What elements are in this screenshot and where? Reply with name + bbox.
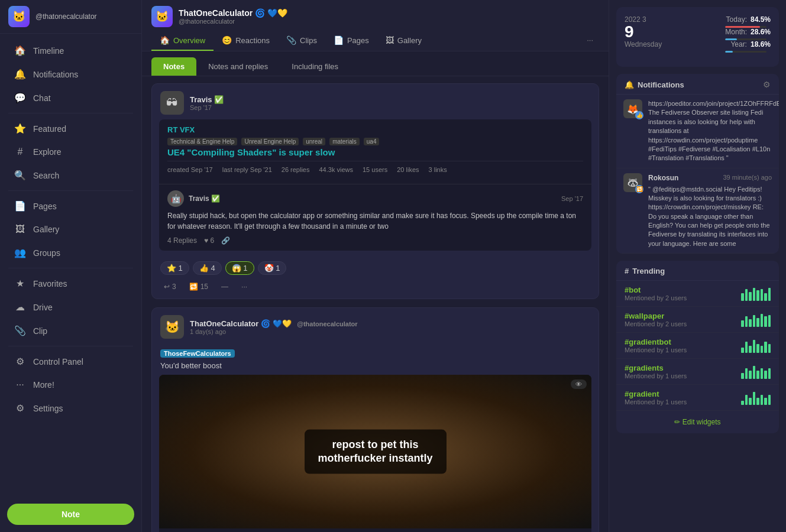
sidebar-item-more[interactable]: ···More! <box>4 374 138 396</box>
trending-item-2[interactable]: #gradientbot Mentioned by 1 users <box>616 333 779 359</box>
sidebar-item-drive[interactable]: ☁Drive <box>4 296 138 319</box>
sidebar-item-explore[interactable]: #Explore <box>4 141 138 163</box>
notifications-icon: 🔔 <box>14 69 26 80</box>
gallery-tab-icon: 🖼 <box>386 35 394 45</box>
chart-bar <box>756 371 759 379</box>
chart-bar <box>745 395 748 405</box>
sidebar-header: 🐱 @thatonecalculator <box>0 0 141 34</box>
clips-tab-icon: 📎 <box>286 35 296 45</box>
sidebar-item-pages[interactable]: 📄Pages <box>4 194 138 218</box>
chart-bar <box>761 314 764 327</box>
chart-bar <box>753 315 756 327</box>
video-controls: ▶ 0:00 / 0:03 🔊 ⛶ ⋮ <box>159 528 591 532</box>
pages-icon: 📄 <box>14 200 26 212</box>
content-tab-notes-replies[interactable]: Notes and replies <box>196 57 280 76</box>
calendar-day-number: 9 <box>625 24 662 40</box>
sidebar: 🐱 @thatonecalculator 🏠Timeline🔔Notificat… <box>0 0 142 532</box>
content-tab-notes[interactable]: Notes <box>151 57 196 76</box>
note-button[interactable]: Note <box>7 504 134 525</box>
chart-bar <box>753 392 756 405</box>
trending-count-1: Mentioned by 2 users <box>625 320 735 327</box>
trending-count-4: Mentioned by 1 users <box>625 398 735 406</box>
reaction-😱[interactable]: 😱 1 <box>225 261 254 275</box>
discourse-reply: 🤖 Travis ✅ Sep '17 Really stupid hack, b… <box>159 184 591 251</box>
reply-footer: 4 Replies ♥ 6 🔗 <box>167 236 583 245</box>
trending-tag-3: #gradients <box>625 364 735 372</box>
sidebar-item-gallery[interactable]: 🖼Gallery <box>4 218 138 241</box>
notifications-settings-gear[interactable]: ⚙ <box>763 80 771 89</box>
profile-tab-label-gallery: Gallery <box>397 36 422 45</box>
profile-tab-more[interactable]: ··· <box>581 31 599 51</box>
post-meta: Travis ✅ Sep '17 <box>190 95 590 111</box>
chart-bar <box>756 344 759 353</box>
trending-info-2: #gradientbot Mentioned by 1 users <box>625 338 735 353</box>
post-embed[interactable]: RT VFX Technical & Engine Help Unreal En… <box>159 119 591 251</box>
trending-info-4: #gradient Mentioned by 1 users <box>625 390 735 406</box>
sidebar-item-control-panel[interactable]: ⚙Control Panel <box>4 350 138 373</box>
sidebar-item-featured[interactable]: ⭐Featured <box>4 117 138 140</box>
trending-count-3: Mentioned by 1 users <box>625 372 735 379</box>
embed-site: RT VFX <box>167 125 195 134</box>
sidebar-item-clip[interactable]: 📎Clip <box>4 319 138 342</box>
trending-chart-0 <box>741 287 771 301</box>
reply-action[interactable]: ↩ 3 <box>160 281 180 293</box>
chart-bar <box>764 316 767 327</box>
more-action[interactable]: ··· <box>238 281 251 293</box>
calendar-day-name: Wednesday <box>625 40 662 48</box>
post-card: 🕶 Travis ✅ Sep '17 RT VFX Technical & En… <box>151 83 599 299</box>
chart-bar <box>749 319 752 327</box>
sidebar-item-favorites[interactable]: ★Favorites <box>4 272 138 295</box>
sidebar-avatar: 🐱 <box>8 6 30 27</box>
trending-item-0[interactable]: #bot Mentioned by 2 users <box>616 281 779 307</box>
drive-icon: ☁ <box>14 301 26 313</box>
react-action[interactable]: — <box>218 281 232 293</box>
reply-time: Sep '17 <box>561 195 583 202</box>
trending-item-4[interactable]: #gradient Mentioned by 1 users <box>616 385 779 411</box>
trending-item-3[interactable]: #gradients Mentioned by 1 users <box>616 359 779 385</box>
profile-tab-gallery[interactable]: 🖼Gallery <box>377 31 430 51</box>
sidebar-item-label-groups: Groups <box>33 248 60 258</box>
content-tab-including-files[interactable]: Including files <box>280 57 350 76</box>
post2-text: You'd better boost <box>152 358 599 375</box>
sidebar-item-search[interactable]: 🔍Search <box>4 164 138 187</box>
edit-widgets-button[interactable]: ✏ Edit widgets <box>616 411 779 433</box>
sidebar-item-notifications[interactable]: 🔔Notifications <box>4 63 138 86</box>
sidebar-item-label-featured: Featured <box>33 124 66 134</box>
boost-action[interactable]: 🔁 15 <box>186 281 212 293</box>
profile-info: ThatOneCalculator 🌀 💙💛 @thatonecalculato… <box>179 8 599 25</box>
embed-title[interactable]: UE4 "Compiling Shaders" is super slow <box>167 147 583 157</box>
chart-bar <box>741 293 744 301</box>
content-tabs: NotesNotes and repliesIncluding files <box>142 51 609 76</box>
trending-chart-1 <box>741 313 771 327</box>
trending-info-3: #gradients Mentioned by 1 users <box>625 364 735 379</box>
boost-tag[interactable]: ThoseFewCalculators <box>160 349 235 358</box>
profile-tab-pages[interactable]: 📄Pages <box>325 31 377 51</box>
reaction-🤡[interactable]: 🤡 1 <box>258 261 287 275</box>
trending-info-1: #wallpaper Mentioned by 2 users <box>625 312 735 327</box>
post-card-2: 🐱 ThatOneCalculator 🌀 💙💛 @thatonecalcula… <box>151 307 599 532</box>
nsfw-toggle[interactable]: 👁 <box>571 379 587 389</box>
reaction-👍[interactable]: 👍 4 <box>193 261 222 275</box>
chart-bar <box>741 348 744 353</box>
profile-name: ThatOneCalculator 🌀 💙💛 <box>179 8 599 18</box>
profile-tab-clips[interactable]: 📎Clips <box>278 31 325 51</box>
sidebar-item-chat[interactable]: 💬Chat <box>4 86 138 109</box>
reply-count[interactable]: 4 Replies <box>167 236 197 245</box>
clip-icon: 📎 <box>14 325 26 336</box>
embed-category: Technical & Engine Help Unreal Engine He… <box>167 138 583 145</box>
sidebar-item-timeline[interactable]: 🏠Timeline <box>4 39 138 62</box>
sidebar-item-groups[interactable]: 👥Groups <box>4 241 138 264</box>
post2-author: ThatOneCalculator 🌀 💙💛 @thatonecalculato… <box>190 319 590 328</box>
chart-bar <box>745 289 748 301</box>
profile-tab-reactions[interactable]: 😊Reactions <box>214 31 278 51</box>
trending-tag-1: #wallpaper <box>625 312 735 320</box>
sidebar-item-label-clip: Clip <box>33 326 47 336</box>
chart-bar <box>761 346 764 353</box>
profile-tab-overview[interactable]: 🏠Overview <box>151 31 214 51</box>
sidebar-item-settings[interactable]: ⚙Settings <box>4 397 138 420</box>
media-overlay-text: repost to pet this motherfucker instantl… <box>305 430 447 474</box>
reaction-⭐[interactable]: ⭐ 1 <box>160 261 189 275</box>
chart-bar <box>768 368 771 379</box>
nav-divider <box>8 268 133 268</box>
trending-item-1[interactable]: #wallpaper Mentioned by 2 users <box>616 307 779 333</box>
